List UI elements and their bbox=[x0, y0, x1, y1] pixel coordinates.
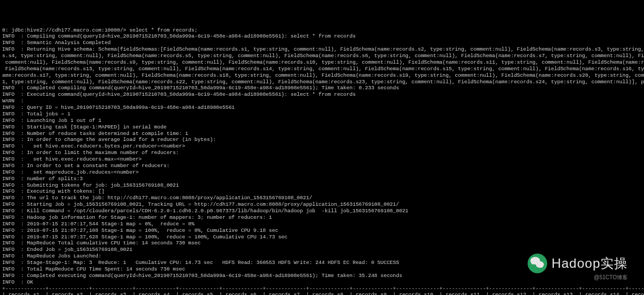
terminal[interactable]: 0: jdbc:hive2://cdh177.macro.com:10000/>… bbox=[2, 27, 642, 296]
terminal-line: INFO : Kill Command = /opt/cloudera/parc… bbox=[2, 208, 642, 214]
terminal-line: INFO : In order to change the average lo… bbox=[2, 137, 642, 143]
terminal-line: INFO : OK bbox=[2, 279, 642, 286]
terminal-line: INFO : Stage-Stage-1: Map: 3 Reduce: 1 C… bbox=[2, 260, 642, 266]
terminal-line: INFO : set mapreduce.job.reduces=<number… bbox=[2, 169, 642, 176]
terminal-line: INFO : Launching Job 1 out of 1 bbox=[2, 118, 642, 124]
terminal-line: 1, type:string, comment:null), FieldSche… bbox=[2, 79, 642, 85]
terminal-line: INFO : Completed executing command(query… bbox=[2, 273, 642, 279]
terminal-line: INFO : The url to track the job: http://… bbox=[2, 195, 642, 201]
terminal-line: INFO : Starting task [Stage-1:MAPRED] in… bbox=[2, 124, 642, 131]
terminal-line: INFO : Starting Job = job_1563156769108_… bbox=[2, 201, 642, 208]
terminal-line: INFO : Hadoop job information for Stage-… bbox=[2, 214, 642, 221]
terminal-line: INFO : Compiling command(queryId=hive_20… bbox=[2, 33, 642, 40]
terminal-line: s.s4, type:string, comment:null), FieldS… bbox=[2, 53, 642, 59]
terminal-line: INFO : Total jobs = 1 bbox=[2, 111, 642, 118]
terminal-line: INFO : set hive.exec.reducers.bytes.per.… bbox=[2, 143, 642, 150]
terminal-line: INFO : Ended Job = job_1563156769108_002… bbox=[2, 247, 642, 253]
prompt-line: 0: jdbc:hive2://cdh177.macro.com:10000/>… bbox=[2, 27, 642, 34]
terminal-line: INFO : Executing command(queryId=hive_20… bbox=[2, 91, 642, 98]
terminal-line: INFO : Executing with tokens: [] bbox=[2, 188, 642, 195]
terminal-line: INFO : 2019-07-15 21:07:17,544 Stage-1 m… bbox=[2, 221, 642, 228]
terminal-line: FieldSchema(name:records.s13, type:strin… bbox=[2, 66, 642, 72]
terminal-line: INFO : number of splits:3 bbox=[2, 176, 642, 182]
terminal-line: WARN : bbox=[2, 98, 642, 105]
terminal-line: INFO : Query ID = hive_20190715210703_50… bbox=[2, 105, 642, 111]
terminal-line: INFO : 2019-07-15 21:07:27,108 Stage-1 m… bbox=[2, 228, 642, 234]
terminal-line: INFO : Submitting tokens for job: job_15… bbox=[2, 182, 642, 189]
terminal-line: INFO : Returning Hive schema: Schema(fie… bbox=[2, 46, 642, 53]
terminal-line: INFO : MapReduce Total cumulative CPU ti… bbox=[2, 240, 642, 247]
terminal-line: INFO : Number of reduce tasks determined… bbox=[2, 131, 642, 137]
terminal-line: +-------------+-------------+-----------… bbox=[2, 286, 642, 292]
terminal-line: INFO : set hive.exec.reducers.max=<numbe… bbox=[2, 156, 642, 163]
terminal-line: INFO : In order to set a constant number… bbox=[2, 163, 642, 169]
terminal-line: ame:records.s17, type:string, comment:nu… bbox=[2, 72, 642, 79]
terminal-line: INFO : MapReduce Jobs Launched: bbox=[2, 253, 642, 260]
terminal-line: comment:null), FieldSchema(name:records.… bbox=[2, 59, 642, 66]
terminal-line: INFO : In order to limit the maximum num… bbox=[2, 150, 642, 156]
terminal-line: INFO : Semantic Analysis Completed bbox=[2, 40, 642, 46]
terminal-line: INFO : Completed compiling command(query… bbox=[2, 85, 642, 91]
terminal-line: | records.s1 | records.s2 | records.s3 |… bbox=[2, 292, 642, 295]
terminal-line: INFO : 2019-07-15 21:07:37,628 Stage-1 m… bbox=[2, 234, 642, 241]
terminal-line: INFO : Total MapReduce CPU Time Spent: 1… bbox=[2, 266, 642, 273]
